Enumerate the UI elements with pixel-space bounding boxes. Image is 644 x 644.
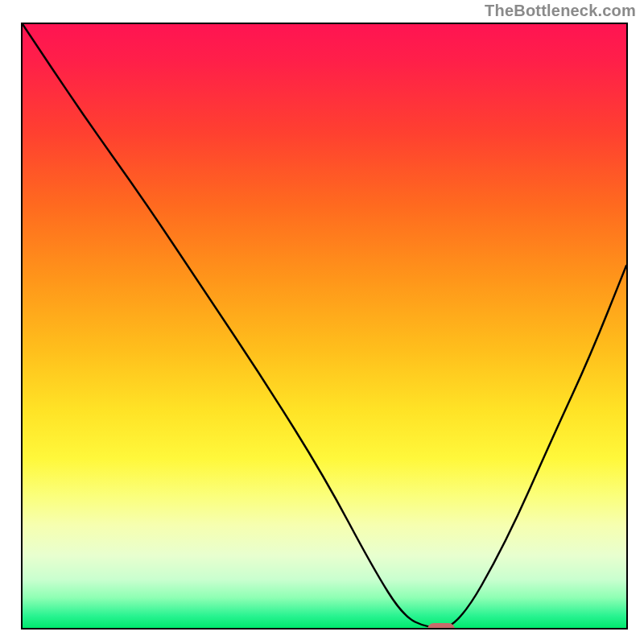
bottleneck-curve — [23, 24, 626, 628]
optimal-marker — [427, 623, 455, 630]
attribution-text: TheBottleneck.com — [485, 2, 636, 20]
chart-plot-area — [21, 23, 628, 630]
